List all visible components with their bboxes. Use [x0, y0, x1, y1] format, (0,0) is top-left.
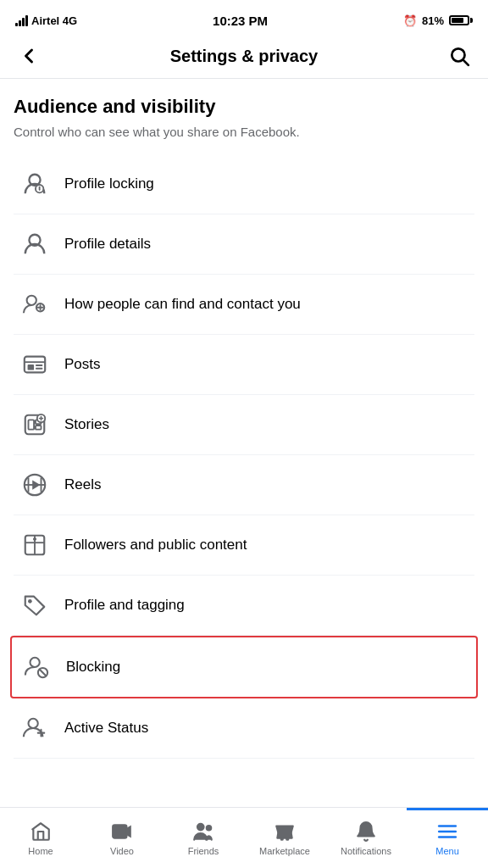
menu-item-find-contact[interactable]: How people can find and contact you — [14, 275, 474, 335]
menu-label-followers: Followers and public content — [64, 537, 247, 554]
svg-point-43 — [281, 838, 283, 840]
nav-item-video[interactable]: Video — [81, 808, 163, 868]
status-time: 10:23 PM — [213, 14, 268, 28]
alarm-icon: ⏰ — [403, 14, 417, 27]
profile-lock-icon — [17, 166, 53, 202]
active-indicator — [407, 808, 488, 810]
menu-label-find-contact: How people can find and contact you — [64, 296, 301, 313]
reels-icon — [17, 467, 53, 503]
nav-label-home: Home — [28, 846, 53, 856]
menu-item-reels[interactable]: Reels — [14, 455, 474, 515]
svg-rect-12 — [28, 364, 35, 370]
tagging-icon — [17, 587, 53, 623]
nav-item-marketplace[interactable]: Marketplace — [244, 808, 325, 868]
svg-point-41 — [197, 824, 204, 831]
menu-item-active-status[interactable]: Active Status — [14, 698, 474, 759]
stories-icon — [17, 407, 53, 442]
header: Settings & privacy — [0, 37, 488, 79]
menu-item-stories[interactable]: Stories — [14, 395, 474, 455]
content: Audience and visibility Control who can … — [0, 79, 488, 759]
page-title: Settings & privacy — [170, 47, 319, 66]
menu-label-profile-locking: Profile locking — [64, 175, 154, 192]
section-subtitle: Control who can see what you share on Fa… — [14, 123, 474, 141]
menu-label-profile-details: Profile details — [64, 236, 151, 253]
menu-item-blocking[interactable]: Blocking — [10, 636, 478, 698]
nav-label-marketplace: Marketplace — [259, 846, 310, 856]
svg-rect-39 — [113, 825, 126, 837]
signal-icon — [15, 14, 28, 26]
svg-rect-18 — [36, 426, 42, 430]
menu-item-followers[interactable]: Followers and public content — [14, 515, 474, 576]
status-right: ⏰ 81% — [403, 14, 473, 27]
svg-point-36 — [29, 719, 38, 728]
menu-label-posts: Posts — [64, 356, 101, 373]
svg-line-35 — [39, 669, 46, 676]
svg-rect-10 — [25, 357, 45, 373]
find-contact-icon — [17, 287, 53, 322]
section-title: Audience and visibility — [14, 96, 474, 118]
blocking-icon — [19, 649, 54, 685]
menu-icon — [435, 820, 459, 843]
menu-label-reels: Reels — [64, 476, 101, 493]
svg-point-32 — [28, 599, 32, 604]
search-button[interactable] — [444, 45, 474, 67]
nav-item-home[interactable]: Home — [0, 808, 81, 868]
status-carrier: Airtel 4G — [15, 14, 77, 27]
nav-label-friends: Friends — [188, 846, 219, 856]
svg-point-44 — [286, 838, 288, 840]
active-status-icon — [17, 710, 53, 746]
posts-icon — [17, 347, 53, 382]
nav-item-notifications[interactable]: Notifications — [325, 808, 407, 868]
menu-item-tagging[interactable]: Profile and tagging — [14, 576, 474, 636]
home-icon — [29, 820, 53, 843]
svg-point-4 — [39, 189, 41, 191]
menu-label-stories: Stories — [64, 416, 109, 433]
friends-icon — [191, 820, 215, 843]
svg-point-33 — [30, 658, 40, 667]
video-icon — [110, 820, 134, 843]
bell-icon — [354, 820, 378, 843]
followers-icon — [17, 527, 53, 563]
svg-point-6 — [27, 296, 36, 305]
menu-item-profile-details[interactable]: Profile details — [14, 214, 474, 275]
profile-details-icon — [17, 226, 53, 262]
back-button[interactable] — [14, 44, 44, 68]
menu-label-active-status: Active Status — [64, 720, 148, 737]
menu-label-blocking: Blocking — [66, 659, 120, 676]
svg-point-42 — [207, 826, 211, 830]
svg-line-1 — [463, 60, 469, 65]
bottom-nav: Home Video Friends — [0, 807, 488, 868]
menu-item-profile-locking[interactable]: Profile locking — [14, 154, 474, 214]
menu-list: Profile locking Profile details — [14, 154, 474, 759]
menu-label-tagging: Profile and tagging — [64, 597, 185, 614]
nav-item-menu[interactable]: Menu — [407, 808, 488, 868]
nav-item-friends[interactable]: Friends — [163, 808, 244, 868]
carrier-text: Airtel 4G — [31, 14, 77, 27]
menu-item-posts[interactable]: Posts — [14, 335, 474, 395]
nav-label-menu: Menu — [435, 846, 459, 856]
status-bar: Airtel 4G 10:23 PM ⏰ 81% — [0, 0, 488, 37]
battery-icon — [449, 15, 473, 25]
battery-percent: 81% — [422, 14, 444, 27]
svg-rect-16 — [29, 420, 35, 429]
marketplace-icon — [273, 820, 297, 843]
nav-label-video: Video — [110, 846, 134, 856]
nav-label-notifications: Notifications — [341, 846, 391, 856]
